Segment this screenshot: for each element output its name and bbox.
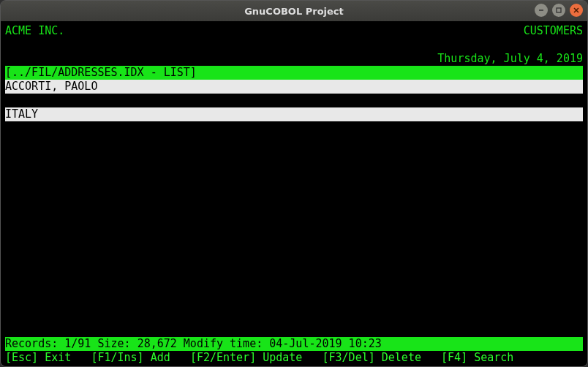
blank-row [5, 38, 583, 52]
titlebar[interactable]: GnuCOBOL Project [1, 1, 587, 21]
fkey-f3[interactable]: [F3/Del] Delete [323, 351, 421, 364]
blank-row [5, 94, 583, 107]
status-size-value: 28,672 [137, 337, 177, 350]
terminal[interactable]: ACME INC. CUSTOMERS Thursday, July 4, 20… [1, 21, 587, 366]
fkey-f1[interactable]: [F1/Ins] Add [91, 351, 170, 364]
record-country-field[interactable]: ITALY [5, 107, 583, 121]
minimize-button[interactable] [535, 4, 548, 17]
module-name: CUSTOMERS [524, 24, 583, 38]
maximize-icon [555, 7, 562, 14]
header-row: ACME INC. CUSTOMERS [5, 24, 583, 38]
date-row: Thursday, July 4, 2019 [5, 52, 583, 66]
close-icon [573, 7, 580, 14]
context-bar: [../FIL/ADDRESSES.IDX - LIST] [5, 66, 583, 80]
minimize-icon [538, 7, 545, 14]
company-name: ACME INC. [5, 24, 64, 38]
window-title: GnuCOBOL Project [1, 6, 587, 17]
fkey-esc[interactable]: [Esc] Exit [5, 351, 71, 364]
status-mtime-label: Modify time: [184, 337, 263, 350]
status-bar: Records: 1/91 Size: 28,672 Modify time: … [5, 337, 583, 351]
svg-rect-1 [557, 8, 561, 12]
app-window: GnuCOBOL Project ACME INC. CUSTOMERS Thu… [0, 0, 588, 367]
status-records-value: 1/91 [64, 337, 91, 350]
status-size-label: Size: [97, 337, 130, 350]
status-records-label: Records: [5, 337, 58, 350]
record-name-field[interactable]: ACCORTI, PAOLO [5, 80, 583, 94]
fkey-bar: [Esc] Exit [F1/Ins] Add [F2/Enter] Updat… [5, 351, 583, 365]
terminal-body [5, 121, 583, 337]
fkey-f4[interactable]: [F4] Search [441, 351, 513, 364]
close-button[interactable] [570, 4, 583, 17]
maximize-button[interactable] [552, 4, 565, 17]
status-mtime-value: 04-Jul-2019 10:23 [269, 337, 382, 350]
window-controls [535, 4, 583, 17]
fkey-f2[interactable]: [F2/Enter] Update [190, 351, 303, 364]
